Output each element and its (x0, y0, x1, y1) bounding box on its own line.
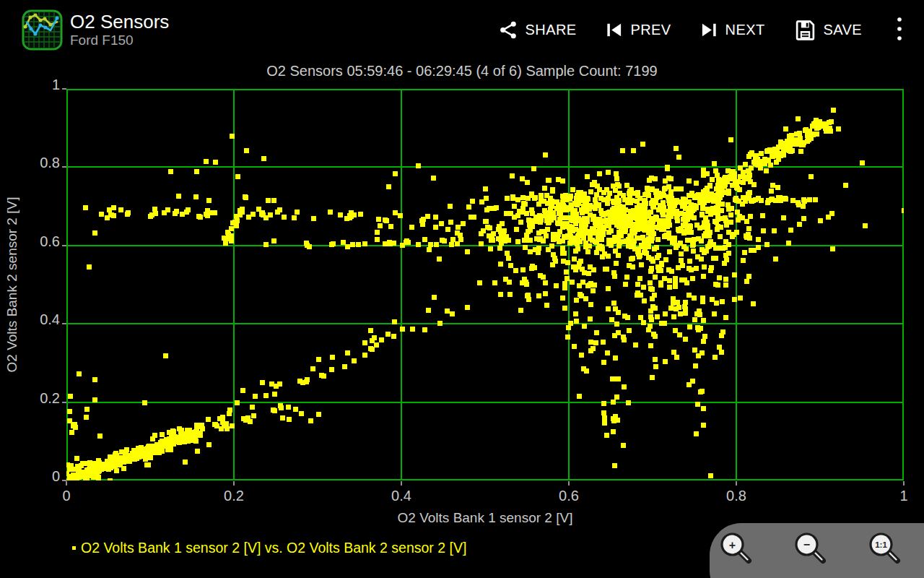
x-tick-label: 1 (899, 488, 907, 504)
page-title: O2 Sensors (70, 11, 169, 33)
zoom-out-button[interactable]: − (793, 530, 827, 565)
save-button[interactable]: SAVE (794, 19, 862, 41)
y-axis-label: O2 Volts Bank 2 sensor 2 [V] (4, 197, 20, 373)
prev-button[interactable]: PREV (605, 21, 671, 39)
y-tick-label: 0.2 (0, 389, 60, 406)
x-tick-label: 0.6 (559, 488, 579, 504)
next-button[interactable]: NEXT (700, 21, 765, 39)
next-label: NEXT (725, 22, 765, 38)
x-tick-label: 0.4 (391, 488, 411, 504)
magnifier-minus-icon: − (793, 530, 827, 565)
zoom-reset-glyph: 1:1 (875, 540, 887, 549)
save-label: SAVE (824, 22, 862, 38)
title-block: O2 Sensors Ford F150 (70, 11, 169, 48)
y-tick-mark (62, 166, 66, 168)
x-tick-mark (903, 481, 905, 486)
magnifier-plus-icon: + (718, 530, 753, 565)
scatter-plot-canvas[interactable] (66, 89, 904, 480)
legend-marker-dot (72, 546, 76, 550)
vehicle-subtitle: Ford F150 (70, 33, 169, 48)
share-label: SHARE (526, 22, 577, 38)
prev-label: PREV (630, 22, 671, 38)
x-tick-mark (736, 481, 737, 486)
y-tick-label: 1 (0, 77, 60, 93)
share-button[interactable]: SHARE (499, 20, 577, 40)
more-vert-icon (897, 33, 902, 44)
zoom-in-button[interactable]: + (718, 530, 753, 565)
x-tick-label: 0.8 (726, 488, 746, 504)
x-tick-label: 0.2 (224, 488, 244, 504)
y-tick-label: 0.4 (0, 311, 60, 328)
magnifier-1to1-icon: 1:1 (867, 530, 902, 565)
toolbar-actions: SHARE PREV NEXT (499, 14, 908, 46)
y-tick-label: 0 (0, 468, 60, 485)
x-tick-mark (568, 481, 570, 486)
chart-title: O2 Sensors 05:59:46 - 06:29:45 (4 of 6) … (0, 63, 924, 79)
y-tick-mark (62, 402, 66, 403)
zoom-in-glyph: + (729, 539, 736, 551)
floppy-save-icon (794, 19, 816, 41)
x-tick-mark (233, 481, 235, 486)
action-bar: O2 Sensors Ford F150 SHARE PREV (0, 0, 924, 59)
zoom-out-glyph: − (803, 538, 810, 551)
y-tick-label: 0.8 (0, 155, 60, 171)
x-tick-mark (401, 481, 402, 486)
y-tick-mark (62, 480, 66, 481)
x-tick-mark (66, 481, 67, 486)
skip-next-icon (700, 21, 718, 39)
series-legend: O2 Volts Bank 1 sensor 2 [V] vs. O2 Volt… (72, 540, 466, 556)
skip-previous-icon (605, 21, 623, 39)
y-tick-label: 0.6 (0, 233, 60, 249)
y-tick-mark (62, 323, 66, 324)
app-logo-icon[interactable] (22, 9, 63, 51)
zoom-controls: + − 1:1 (710, 523, 924, 578)
x-tick-label: 0 (62, 488, 70, 504)
y-tick-mark (62, 245, 66, 246)
overflow-menu-button[interactable] (891, 14, 908, 46)
share-icon (499, 20, 518, 40)
y-tick-mark (62, 88, 66, 90)
legend-label: O2 Volts Bank 1 sensor 2 [V] vs. O2 Volt… (81, 540, 466, 556)
zoom-reset-button[interactable]: 1:1 (867, 530, 902, 565)
